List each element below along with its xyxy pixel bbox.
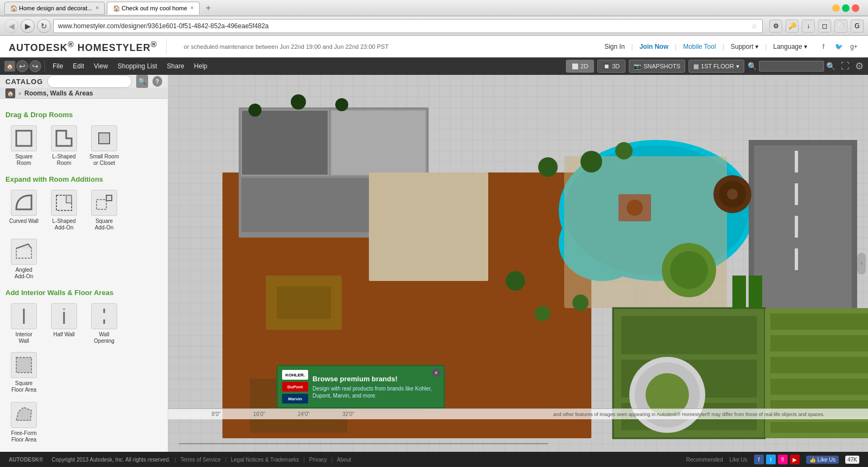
sign-in-link[interactable]: Sign In bbox=[604, 43, 624, 50]
half-wall-svg bbox=[54, 306, 74, 326]
mobile-tool-link[interactable]: Mobile Tool bbox=[683, 43, 716, 50]
like-button[interactable]: 👍 Like Us bbox=[806, 456, 839, 464]
home-menu-icon[interactable]: 🏠 bbox=[4, 61, 15, 72]
bookmark-icon[interactable]: ☆ bbox=[751, 22, 758, 30]
freeform-floor-item[interactable]: Free-FormFloor Area bbox=[5, 400, 42, 445]
zoom-minus-icon[interactable]: 🔍 bbox=[748, 62, 757, 71]
header-links: Sign In | Join Now | Mobile Tool | Suppo… bbox=[604, 41, 859, 52]
extension-icon-5[interactable]: ⚪ bbox=[834, 20, 847, 33]
view-3d-button[interactable]: 🔲 3D bbox=[597, 60, 626, 73]
legal-link[interactable]: Legal Notices & Trademarks bbox=[231, 457, 299, 463]
minimize-button[interactable] bbox=[832, 4, 840, 12]
ruler-mark-1: 8'0" bbox=[212, 411, 221, 417]
section-room-additions-title: Expand with Room Additions bbox=[5, 175, 162, 183]
privacy-link[interactable]: Privacy bbox=[309, 457, 327, 463]
support-dropdown[interactable]: Support ▾ bbox=[731, 43, 758, 50]
shopping-list-menu[interactable]: Shopping List bbox=[113, 60, 162, 73]
close-button[interactable] bbox=[852, 4, 859, 12]
help-button[interactable]: ? bbox=[152, 76, 162, 87]
share-menu[interactable]: Share bbox=[163, 60, 189, 73]
ad-close-button[interactable]: × bbox=[432, 368, 441, 377]
footer-youtube-icon[interactable]: ▶ bbox=[790, 455, 800, 464]
googleplus-icon[interactable]: g+ bbox=[848, 41, 859, 52]
back-button[interactable]: ◀ bbox=[4, 19, 18, 33]
svg-rect-65 bbox=[732, 276, 746, 308]
floor-selector[interactable]: ▦ 1ST FLOOR ▾ bbox=[688, 60, 744, 73]
view-2d-button[interactable]: ⬜ 2D bbox=[566, 60, 594, 73]
zoom-slider[interactable] bbox=[759, 61, 824, 72]
facebook-icon[interactable]: f bbox=[818, 41, 829, 52]
footer-twitter-icon[interactable]: t bbox=[766, 455, 776, 464]
extension-icon-3[interactable]: ↓ bbox=[802, 20, 815, 33]
l-shaped-addon-item[interactable]: L-ShapedAdd-On bbox=[46, 188, 82, 233]
footer-facebook-icon[interactable]: f bbox=[754, 455, 764, 464]
forward-button[interactable]: ▶ bbox=[21, 19, 35, 33]
canvas-area[interactable]: 8'0" 16'0" 24'0" 32'0" and other feature… bbox=[168, 75, 868, 452]
tab-2-close[interactable]: × bbox=[190, 5, 194, 11]
help-menu[interactable]: Help bbox=[190, 60, 212, 73]
svg-point-50 bbox=[506, 271, 525, 291]
curved-wall-item[interactable]: Curved Wall bbox=[5, 188, 42, 233]
extension-icon-1[interactable]: ⚙ bbox=[769, 20, 782, 33]
settings-button[interactable]: ⚙ bbox=[855, 60, 864, 72]
svg-rect-27 bbox=[795, 151, 798, 172]
app-header: AUTODESK® HOMESTYLER® or scheduled maint… bbox=[0, 36, 868, 57]
refresh-button[interactable]: ↻ bbox=[37, 19, 51, 33]
ruler-mark-3: 24'0" bbox=[298, 411, 310, 417]
snapshots-button[interactable]: 📷 SNAPSHOTS bbox=[629, 60, 685, 73]
tab-1-close[interactable]: × bbox=[95, 5, 99, 11]
like-count: 47K bbox=[845, 456, 859, 464]
svg-point-49 bbox=[572, 295, 589, 311]
copyright-notice: and other features of images seen appear… bbox=[553, 412, 825, 417]
fullscreen-button[interactable]: ⛶ bbox=[841, 61, 850, 71]
catalog-search-input[interactable] bbox=[47, 75, 132, 88]
room-additions-grid: Curved Wall L-ShapedAdd-On bbox=[5, 188, 162, 282]
edit-menu[interactable]: Edit bbox=[68, 60, 88, 73]
tab-1[interactable]: 🏠 Home design and decorat... × bbox=[4, 2, 105, 15]
extension-icon-6[interactable]: G bbox=[851, 20, 864, 33]
sidebar: CATALOG 🔍 ? 🏠 ▾ Rooms, Walls & Areas Dra… bbox=[0, 75, 168, 452]
language-dropdown[interactable]: Language ▾ bbox=[773, 43, 807, 50]
terms-link[interactable]: Terms of Service bbox=[180, 457, 220, 463]
kohler-logo: KOHLER. bbox=[282, 370, 308, 380]
view-menu[interactable]: View bbox=[90, 60, 112, 73]
svg-rect-33 bbox=[621, 316, 757, 354]
zoom-plus-icon[interactable]: 🔍 bbox=[826, 62, 835, 71]
floor-icon: ▦ bbox=[693, 63, 699, 70]
undo-button[interactable]: ↩ bbox=[16, 60, 28, 72]
footer-flickr-icon[interactable]: fl bbox=[778, 455, 788, 464]
wall-opening-icon bbox=[91, 303, 117, 329]
maximize-button[interactable] bbox=[842, 4, 850, 12]
join-now-link[interactable]: Join Now bbox=[640, 43, 668, 50]
address-bar[interactable]: www.homestyler.com/designer/9361e601-0f5… bbox=[53, 19, 763, 33]
footer-sep-4: | bbox=[331, 457, 333, 463]
extension-icon-4[interactable]: ◻ bbox=[818, 20, 831, 33]
search-button[interactable]: 🔍 bbox=[136, 75, 148, 88]
extension-icon-2[interactable]: 🔑 bbox=[786, 20, 799, 33]
angled-addon-item[interactable]: AngledAdd-On bbox=[5, 236, 42, 282]
scroll-indicator[interactable]: › bbox=[857, 253, 866, 274]
square-floor-item[interactable]: SquareFloor Area bbox=[5, 350, 42, 395]
camera-icon: 📷 bbox=[634, 63, 641, 70]
half-wall-item[interactable]: Half Wall bbox=[46, 301, 82, 347]
redo-button[interactable]: ↪ bbox=[29, 60, 41, 72]
square-room-item[interactable]: SquareRoom bbox=[5, 123, 42, 169]
breadcrumb-home-button[interactable]: 🏠 bbox=[5, 88, 15, 98]
svg-rect-18 bbox=[369, 172, 488, 281]
freeform-svg bbox=[14, 405, 34, 425]
svg-rect-28 bbox=[795, 183, 798, 205]
about-link[interactable]: About bbox=[337, 457, 351, 463]
file-menu[interactable]: File bbox=[48, 60, 67, 73]
svg-rect-56 bbox=[277, 286, 331, 319]
wall-opening-item[interactable]: WallOpening bbox=[86, 301, 123, 347]
small-room-item[interactable]: Small Roomor Closet bbox=[86, 123, 123, 169]
l-shaped-room-item[interactable]: L-ShapedRoom bbox=[46, 123, 82, 169]
square-addon-item[interactable]: SquareAdd-On bbox=[86, 188, 123, 233]
freeform-floor-icon bbox=[11, 402, 37, 428]
twitter-icon[interactable]: 🐦 bbox=[833, 41, 844, 52]
interior-wall-item[interactable]: InteriorWall bbox=[5, 301, 42, 347]
new-tab-button[interactable]: + bbox=[202, 2, 215, 15]
svg-rect-37 bbox=[770, 314, 868, 330]
tab-2[interactable]: 🏠 Check out my cool home × bbox=[107, 2, 200, 15]
svg-rect-13 bbox=[241, 110, 328, 175]
